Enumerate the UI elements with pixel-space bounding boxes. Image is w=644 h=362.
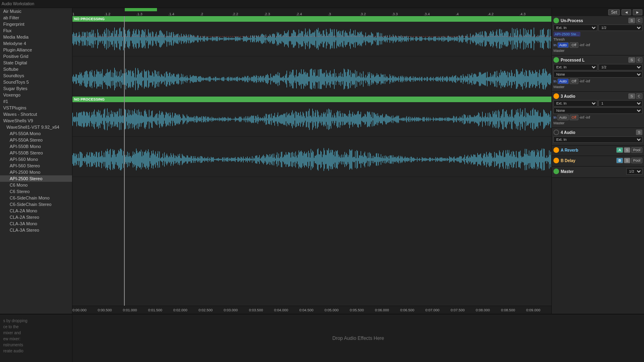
track-row-1[interactable]: NO PROCESSING: [72, 16, 551, 56]
ch4-routing-row: Ext. In: [553, 136, 642, 143]
send-b-pool-btn[interactable]: Pool: [631, 158, 642, 163]
sidebar-item-13[interactable]: Voxengo: [0, 92, 72, 98]
ch3-s-btn[interactable]: S: [628, 93, 635, 99]
prev-button[interactable]: ◄: [621, 9, 631, 15]
sidebar-item-11[interactable]: SoundToys 5: [0, 79, 72, 85]
waveform-canvas-3: [72, 102, 551, 136]
ch1-routing-select[interactable]: 1/2: [599, 25, 642, 31]
ch3-none-select[interactable]: None: [553, 107, 642, 114]
sidebar-item-1[interactable]: ab Filter: [0, 14, 72, 21]
sidebar-item-31[interactable]: CLA-2A Mono: [0, 208, 72, 214]
sidebar-item-18[interactable]: WaveShell1-VST 9.92_x64: [0, 124, 72, 130]
ch2-off-btn[interactable]: Off: [570, 78, 578, 84]
ch2-routing-select[interactable]: 1/2: [599, 64, 642, 70]
sidebar-item-22[interactable]: API-550B Stereo: [0, 150, 72, 156]
ch2-s-btn[interactable]: S: [628, 57, 635, 63]
waveform-container-4: [72, 142, 551, 177]
ch1-off-btn[interactable]: Off: [570, 42, 578, 48]
ruler-mark-6: .2.3: [264, 12, 270, 16]
tracks-area[interactable]: NO PROCESSINGNO PROCESSING: [72, 16, 551, 306]
sidebar-item-14[interactable]: #1: [0, 98, 72, 105]
ch1-c-btn[interactable]: C: [636, 18, 643, 23]
send-a-btn[interactable]: A: [616, 147, 623, 153]
right-top-bar: Set ◄ ►: [552, 8, 644, 16]
track-row-4[interactable]: [72, 137, 551, 177]
sidebar-item-30[interactable]: C6-SideChain Stereo: [0, 201, 72, 208]
ch1-master-label: Master: [553, 49, 565, 53]
ch2-extin-select[interactable]: Ext. In: [553, 64, 597, 70]
ch1-comp-label[interactable]: API-2500 Ste...: [553, 32, 580, 37]
sidebar-item-27[interactable]: C6 Mono: [0, 182, 72, 188]
ch3-off-btn[interactable]: Off: [570, 115, 578, 120]
sidebar-item-16[interactable]: Waves - Shortcut: [0, 111, 72, 117]
sidebar-item-5[interactable]: Melodyne 4: [0, 40, 72, 47]
send-active-a[interactable]: [553, 147, 559, 153]
sidebar-item-9[interactable]: Softube: [0, 66, 72, 72]
sidebar-item-7[interactable]: Positive Grid: [0, 53, 72, 60]
channel-active-4[interactable]: [553, 130, 559, 135]
ch3-c-btn[interactable]: C: [636, 93, 643, 99]
channel-active-3[interactable]: [553, 93, 559, 99]
track-row-2[interactable]: [72, 56, 551, 97]
sidebar-item-23[interactable]: API-560 Mono: [0, 156, 72, 162]
ch2-c-btn[interactable]: C: [636, 57, 643, 63]
drop-zone[interactable]: Drop Audio Effects Here: [72, 335, 644, 341]
next-button[interactable]: ►: [633, 9, 642, 15]
ch1-extin-select[interactable]: Ext. In: [553, 25, 597, 31]
sidebar-item-20[interactable]: API-550A Stereo: [0, 137, 72, 143]
ch4-s-btn[interactable]: S: [636, 130, 642, 135]
channel-active-1[interactable]: [553, 18, 559, 23]
sidebar-item-26[interactable]: API-2500 Stereo: [0, 175, 72, 182]
ch1-s-btn[interactable]: S: [628, 18, 635, 23]
sidebar-item-2[interactable]: Fingerprint: [0, 21, 72, 27]
sidebar-item-15[interactable]: VSTPlugins: [0, 105, 72, 111]
time-mark-15: 0:07.500: [450, 308, 464, 312]
ch3-routing-select[interactable]: 1: [599, 100, 642, 107]
sidebar-item-17[interactable]: WaveShells V9: [0, 117, 72, 124]
send-name-b: B Delay: [561, 158, 576, 163]
send-b-btn[interactable]: B: [616, 158, 623, 163]
ch3-auto-btn[interactable]: Auto: [557, 115, 569, 120]
channel-header-2: Processed L S C: [553, 57, 642, 63]
sidebar-item-19[interactable]: API-550A Mono: [0, 130, 72, 137]
sidebar-item-21[interactable]: API-550B Mono: [0, 143, 72, 150]
bottom-area: s by droppingce to themixer andew mixer:…: [0, 314, 644, 362]
ch3-extin-select[interactable]: Ext. In: [553, 100, 597, 107]
ch4-extin-select[interactable]: Ext. In: [553, 136, 642, 143]
track-green-bar-1: NO PROCESSING: [72, 16, 551, 22]
sidebar-item-34[interactable]: CLA-3A Stereo: [0, 227, 72, 233]
sidebar-item-0[interactable]: Air Music: [0, 8, 72, 14]
sidebar-item-24[interactable]: API-560 Stereo: [0, 162, 72, 169]
sidebar-item-12[interactable]: Sugar Bytes: [0, 85, 72, 92]
sidebar-item-33[interactable]: CLA-3A Mono: [0, 220, 72, 227]
sidebar-item-29[interactable]: C6-SideChain Mono: [0, 195, 72, 201]
ch2-auto-btn[interactable]: Auto: [557, 78, 569, 84]
sidebar-item-4[interactable]: Media Media: [0, 34, 72, 40]
send-active-b[interactable]: [553, 158, 559, 163]
ruler-mark-1: .1.2: [104, 12, 110, 16]
track-row-3[interactable]: NO PROCESSING: [72, 97, 551, 137]
send-a-s-btn[interactable]: S: [624, 147, 630, 153]
channel-active-2[interactable]: [553, 57, 559, 63]
sidebar-item-25[interactable]: API-2500 Mono: [0, 169, 72, 175]
master-routing-select[interactable]: 1/2: [626, 168, 642, 175]
ch1-master-row: Master: [553, 49, 642, 53]
sidebar-item-6[interactable]: Plugin Alliance: [0, 47, 72, 53]
sidebar-item-10[interactable]: Soundtoys: [0, 72, 72, 79]
master-name: Master: [561, 169, 574, 174]
ch2-none-select[interactable]: None: [553, 71, 642, 78]
send-a-pool-btn[interactable]: Pool: [631, 147, 642, 153]
master-active[interactable]: [553, 169, 559, 174]
ch1-auto-btn[interactable]: Auto: [557, 42, 569, 48]
waveform-canvas-1: [72, 22, 551, 56]
ch1-thresh-row: Thresh: [553, 37, 642, 41]
send-header-a: A Reverb A S Pool: [553, 147, 642, 153]
sidebar-item-32[interactable]: CLA-2A Stereo: [0, 214, 72, 220]
set-button[interactable]: Set: [608, 9, 620, 15]
sidebar-item-3[interactable]: Flux: [0, 27, 72, 34]
waveform-container-1: [72, 22, 551, 56]
sidebar-item-8[interactable]: State Digital: [0, 60, 72, 66]
ruler-mark-12: .4: [456, 12, 459, 16]
send-b-s-btn[interactable]: S: [624, 158, 630, 163]
sidebar-item-28[interactable]: C6 Stereo: [0, 188, 72, 195]
